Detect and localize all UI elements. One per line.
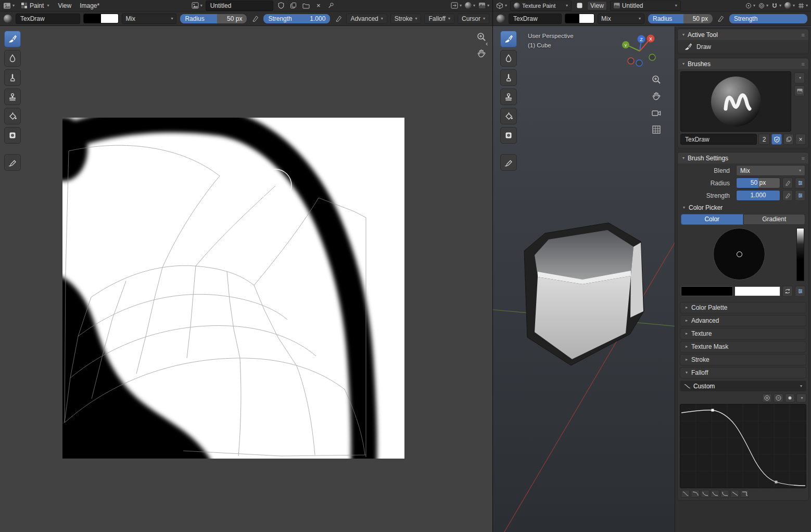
- paint-mode-dropdown[interactable]: Paint ▾: [18, 1, 52, 10]
- menu-image[interactable]: Image*: [77, 2, 102, 10]
- falloff-preset-constant-icon[interactable]: [740, 490, 749, 498]
- unlink-image-button[interactable]: ×: [314, 1, 323, 10]
- zoom-icon[interactable]: [651, 74, 662, 85]
- gizmo-x-label[interactable]: X: [649, 36, 652, 42]
- image-editor-canvas-area[interactable]: ‹: [0, 26, 492, 532]
- falloff-curve[interactable]: [681, 410, 805, 486]
- paint-canvas[interactable]: [62, 118, 404, 459]
- secondary-color-swatch[interactable]: [735, 286, 780, 296]
- gizmo-z-label[interactable]: Z: [640, 37, 643, 42]
- strength-pressure-button[interactable]: [782, 190, 793, 201]
- active-tool-row[interactable]: Draw: [678, 40, 808, 54]
- render-slot-dropdown[interactable]: ▾: [451, 1, 462, 10]
- primary-color-swatch[interactable]: [84, 14, 101, 23]
- tool-draw[interactable]: [4, 31, 21, 47]
- tool-annotate[interactable]: [4, 154, 21, 171]
- brush-preview-box[interactable]: [680, 71, 791, 132]
- tool-soften[interactable]: [500, 50, 517, 67]
- falloff-preset-linear-icon[interactable]: [730, 490, 739, 498]
- gizmo-neg-y[interactable]: [649, 54, 655, 60]
- falloff-preset-sharp-icon[interactable]: [720, 490, 729, 498]
- secondary-color-swatch[interactable]: [579, 14, 594, 23]
- display-channels-dropdown[interactable]: ▾: [478, 1, 489, 10]
- gizmo-y-label[interactable]: Y: [624, 43, 627, 48]
- pan-hand-icon[interactable]: [476, 48, 487, 59]
- editor-type-button[interactable]: ▾: [496, 1, 507, 10]
- tool-draw[interactable]: [500, 31, 517, 47]
- panel-grip-icon[interactable]: ≡: [802, 155, 805, 161]
- color-swatches[interactable]: [565, 14, 594, 23]
- curve-zoom-in-button[interactable]: [762, 394, 772, 402]
- section-advanced[interactable]: ▸ Advanced: [680, 315, 806, 326]
- zoom-icon[interactable]: [476, 32, 487, 42]
- brush-preview-button[interactable]: [496, 14, 505, 23]
- tool-fill[interactable]: [500, 108, 517, 124]
- curve-clipping-button[interactable]: [785, 394, 795, 402]
- panel-grip-icon[interactable]: ≡: [802, 61, 805, 67]
- radius-slider[interactable]: Radius 50 px: [180, 14, 247, 24]
- cube-object[interactable]: [524, 223, 644, 365]
- tool-clone[interactable]: [4, 88, 21, 105]
- radius-pressure-button[interactable]: [250, 14, 260, 23]
- brush-select-dropdown[interactable]: ▾: [794, 72, 805, 83]
- pan-hand-icon[interactable]: [651, 91, 662, 102]
- viewport-3d-area[interactable]: User Perspective (1) Cube: [493, 26, 811, 532]
- unlink-brush-button[interactable]: ×: [795, 134, 806, 145]
- tool-mask[interactable]: [500, 127, 517, 144]
- falloff-preset-dropdown[interactable]: Custom ▾: [680, 381, 806, 391]
- strength-slider[interactable]: Strength 1.000: [263, 14, 331, 24]
- strength-slider[interactable]: Strength: [729, 14, 808, 24]
- color-swatches[interactable]: [83, 14, 119, 23]
- section-texture-mask[interactable]: ▸ Texture Mask: [680, 341, 806, 352]
- blend-mode-dropdown[interactable]: Mix ▾: [122, 14, 176, 24]
- tool-soften[interactable]: [4, 50, 21, 67]
- browse-image-button[interactable]: ▾: [192, 1, 202, 10]
- falloff-curve-widget[interactable]: [680, 404, 806, 488]
- blend-mode-dropdown[interactable]: Mix ▾: [598, 14, 644, 24]
- pivot-dropdown[interactable]: ▾: [745, 1, 755, 10]
- advanced-dropdown[interactable]: Advanced ▾: [346, 14, 387, 24]
- color-pressure-button[interactable]: [795, 286, 805, 297]
- cursor-dropdown[interactable]: Cursor ▾: [458, 14, 489, 24]
- brushes-panel-header[interactable]: ▾ Brushes ≡: [678, 58, 808, 69]
- tab-gradient[interactable]: Gradient: [743, 214, 806, 225]
- color-wheel-cursor[interactable]: [737, 251, 742, 257]
- section-texture[interactable]: ▸ Texture: [680, 328, 806, 339]
- navigation-gizmo[interactable]: Z X Y: [616, 28, 663, 74]
- curve-zoom-out-button[interactable]: [774, 394, 783, 402]
- gizmo-neg-x[interactable]: [628, 58, 634, 64]
- active-tool-panel-header[interactable]: ▾ Active Tool ≡: [678, 29, 808, 40]
- falloff-preset-inverse-square-icon[interactable]: [711, 490, 719, 498]
- mode-options-button[interactable]: [575, 1, 584, 10]
- brush-icon-toggle[interactable]: [794, 85, 805, 96]
- falloff-preset-root-icon[interactable]: [701, 490, 709, 498]
- section-color-palette[interactable]: ▸ Color Palette: [680, 302, 806, 313]
- tool-mask[interactable]: [4, 127, 21, 144]
- menu-view[interactable]: View: [55, 2, 74, 10]
- open-image-button[interactable]: [301, 1, 311, 10]
- strength-pressure-button[interactable]: [334, 14, 343, 23]
- image-name-field[interactable]: Untitled: [206, 1, 273, 11]
- tool-smear[interactable]: [500, 69, 517, 86]
- swap-colors-button[interactable]: [782, 286, 793, 297]
- pin-button[interactable]: [326, 1, 336, 10]
- falloff-preset-smooth-icon[interactable]: [681, 490, 690, 498]
- fake-user-toggle[interactable]: [771, 134, 782, 145]
- falloff-dropdown[interactable]: Falloff ▾: [424, 14, 454, 24]
- canvas-image-dropdown[interactable]: Untitled ▾: [610, 1, 681, 11]
- brush-name-field[interactable]: TexDraw: [16, 14, 80, 24]
- shading-dropdown[interactable]: ▾: [784, 1, 795, 10]
- brush-preview-button[interactable]: [3, 14, 12, 23]
- camera-view-icon[interactable]: [651, 108, 662, 118]
- stroke-dropdown[interactable]: Stroke ▾: [390, 14, 422, 24]
- strength-slider[interactable]: 1.000: [736, 190, 780, 201]
- secondary-color-swatch[interactable]: [101, 14, 118, 23]
- brush-users-count[interactable]: 2: [758, 134, 770, 145]
- proportional-edit-dropdown[interactable]: ▾: [758, 1, 768, 10]
- brush-name-field[interactable]: TexDraw: [680, 134, 757, 145]
- snapping-dropdown[interactable]: ▾: [771, 1, 781, 10]
- gizmo-neg-z[interactable]: [636, 60, 642, 66]
- material-ball-dropdown[interactable]: ▾: [465, 1, 475, 10]
- brush-settings-panel-header[interactable]: ▾ Brush Settings ≡: [678, 153, 808, 163]
- radius-slider[interactable]: Radius 50 px: [648, 14, 713, 24]
